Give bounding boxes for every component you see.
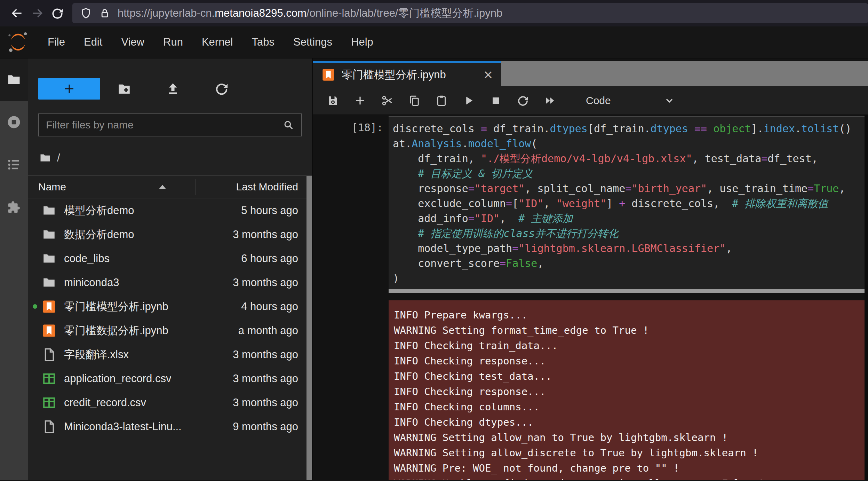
restart-icon: [517, 94, 529, 107]
code-line: model_type_path="lightgbm.sklearn.LGBMCl…: [393, 241, 868, 256]
jupyter-logo-icon: [7, 31, 29, 53]
menu-item-tabs[interactable]: Tabs: [242, 26, 284, 58]
breadcrumb[interactable]: /: [39, 150, 312, 166]
notebook-tab[interactable]: 零门槛模型分析.ipynb ×: [313, 61, 501, 86]
lock-icon[interactable]: [99, 7, 111, 19]
clipboard-icon: [435, 94, 448, 107]
save-button[interactable]: [319, 94, 347, 107]
sidebar-tab-file-browser[interactable]: [0, 58, 28, 101]
search-icon: [282, 119, 294, 131]
file-row[interactable]: application_record.csv 3 months ago: [28, 366, 312, 391]
code-cell: [18]: discrete_cols = df_train.dtypes[df…: [313, 116, 868, 289]
code-line: df_train, "./模型分析demo/v4-lgb/v4-lgb.xlsx…: [393, 151, 868, 166]
refresh-icon: [214, 81, 229, 96]
menu-item-file[interactable]: File: [38, 26, 74, 58]
log-line: WARNING Setting allow_discrete to True b…: [394, 445, 868, 460]
cell-type-value: Code: [586, 95, 611, 107]
code-line: exclude_column=["ID", "weight"] + discre…: [393, 196, 868, 211]
file-row[interactable]: credit_record.csv 3 months ago: [28, 391, 312, 415]
file-modified: 3 months ago: [233, 276, 298, 289]
file-modified: a month ago: [238, 324, 298, 337]
file-row[interactable]: 零门槛数据分析.ipynb a month ago: [28, 318, 312, 342]
code-line: at.Analysis.model_flow(: [393, 136, 868, 151]
main-area: / Name Last Modified 模型分析demo 5 hours ag…: [0, 58, 868, 480]
restart-kernel-button[interactable]: [509, 94, 536, 107]
editor-horizontal-scrollbar[interactable]: [389, 289, 868, 293]
filter-files-input[interactable]: [46, 119, 282, 131]
puzzle-icon: [6, 199, 22, 215]
sidebar-tab-extensions[interactable]: [0, 186, 28, 228]
notebook-tab-title: 零门槛模型分析.ipynb: [342, 68, 446, 82]
new-folder-button[interactable]: [117, 81, 132, 96]
file-type-icon: [42, 203, 56, 218]
url-domain: metanoia8295.com: [215, 7, 306, 19]
list-icon: [6, 157, 22, 172]
column-header-name[interactable]: Name: [38, 181, 66, 193]
browser-toolbar: https://jupyterlab-cn.metanoia8295.com/o…: [0, 0, 868, 26]
refresh-button[interactable]: [214, 81, 229, 96]
stop-icon: [489, 94, 502, 107]
close-icon[interactable]: ×: [484, 67, 493, 82]
file-name: application_record.csv: [64, 372, 171, 385]
shield-icon[interactable]: [80, 7, 92, 19]
stderr-output: INFO Prepare kwargs...WARNING Setting fo…: [389, 300, 868, 480]
file-browser-panel: / Name Last Modified 模型分析demo 5 hours ag…: [28, 58, 312, 480]
fast-forward-icon: [544, 94, 556, 107]
file-type-icon: [42, 299, 56, 314]
url-text: https://jupyterlab-cn.metanoia8295.com/o…: [118, 6, 502, 21]
plus-icon: [63, 82, 75, 95]
reload-icon[interactable]: [47, 3, 67, 23]
file-browser-scrollbar[interactable]: [306, 176, 312, 480]
menu-item-settings[interactable]: Settings: [284, 26, 342, 58]
file-list: 模型分析demo 5 hours ago 数据分析demo 3 months a…: [28, 198, 312, 439]
cut-cells-button[interactable]: [374, 94, 401, 107]
file-row[interactable]: 字段翻译.xlsx 3 months ago: [28, 342, 312, 366]
sidebar-tab-running-kernels[interactable]: [0, 101, 28, 143]
paste-cells-button[interactable]: [428, 94, 455, 107]
menu-item-kernel[interactable]: Kernel: [192, 26, 242, 58]
code-editor[interactable]: discrete_cols = df_train.dtypes[df_train…: [389, 116, 868, 289]
file-type-icon: [42, 371, 56, 386]
file-row[interactable]: 模型分析demo 5 hours ago: [28, 198, 312, 222]
file-modified: 3 months ago: [233, 348, 298, 361]
file-type-icon: [42, 251, 56, 266]
file-row[interactable]: 零门槛模型分析.ipynb 4 hours ago: [28, 294, 312, 318]
upload-button[interactable]: [166, 81, 180, 96]
file-modified: 3 months ago: [233, 372, 298, 385]
save-icon: [327, 94, 339, 107]
sidebar-tab-table-of-contents[interactable]: [0, 143, 28, 186]
jupyterlab-window: https://jupyterlab-cn.metanoia8295.com/o…: [0, 0, 868, 481]
insert-cell-button[interactable]: [347, 94, 374, 107]
notebook-scrollbar[interactable]: [865, 115, 868, 480]
notebook-panel: 零门槛模型分析.ipynb ×: [312, 58, 868, 480]
copy-cells-button[interactable]: [401, 94, 428, 107]
file-row[interactable]: 数据分析demo 3 months ago: [28, 222, 312, 246]
run-cell-button[interactable]: [455, 94, 482, 107]
menu-item-help[interactable]: Help: [342, 26, 383, 58]
forward-icon[interactable]: [27, 3, 47, 23]
interrupt-kernel-button[interactable]: [482, 94, 509, 107]
menu-item-view[interactable]: View: [112, 26, 154, 58]
file-name: Miniconda3-latest-Linu...: [64, 420, 182, 433]
back-icon[interactable]: [7, 3, 27, 23]
menu-item-edit[interactable]: Edit: [74, 26, 112, 58]
log-line: WARNING Pre: WOE_ not found, change pre …: [394, 460, 868, 476]
cell-type-dropdown[interactable]: Code: [586, 95, 675, 107]
menu-item-run[interactable]: Run: [154, 26, 192, 58]
file-row[interactable]: Miniconda3-latest-Linu... 9 months ago: [28, 415, 312, 439]
code-line: ): [393, 271, 868, 286]
address-bar[interactable]: https://jupyterlab-cn.metanoia8295.com/o…: [72, 3, 868, 23]
log-line: INFO Prepare kwargs...: [394, 307, 868, 323]
tab-bar-empty-space: [501, 61, 868, 86]
new-launcher-button[interactable]: [38, 78, 100, 100]
file-row[interactable]: code_libs 6 hours ago: [28, 246, 312, 270]
file-type-icon: [42, 419, 56, 434]
file-name: code_libs: [64, 252, 110, 265]
breadcrumb-root[interactable]: /: [57, 152, 60, 164]
file-row[interactable]: miniconda3 3 months ago: [28, 270, 312, 294]
file-modified: 5 hours ago: [241, 204, 298, 217]
restart-run-all-button[interactable]: [536, 94, 564, 107]
filter-files-box: [38, 113, 302, 136]
column-header-modified[interactable]: Last Modified: [236, 181, 298, 193]
notebook-content: [18]: discrete_cols = df_train.dtypes[df…: [313, 115, 868, 480]
